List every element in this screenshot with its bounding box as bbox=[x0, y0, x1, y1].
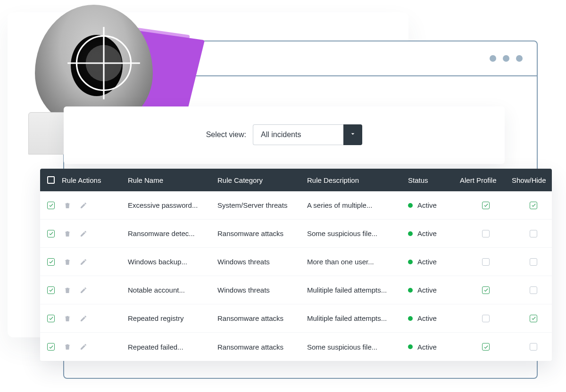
col-rule-actions: Rule Actions bbox=[62, 176, 128, 184]
rule-description-cell: Some suspicious file... bbox=[307, 343, 408, 351]
alert-profile-checkbox[interactable] bbox=[482, 286, 490, 294]
trash-icon[interactable] bbox=[64, 315, 71, 322]
rule-category-cell: Windows threats bbox=[217, 258, 307, 266]
trash-icon[interactable] bbox=[64, 230, 71, 237]
pencil-icon[interactable] bbox=[80, 230, 87, 237]
main-panel: Select view: All incidents bbox=[64, 106, 505, 164]
alert-profile-checkbox[interactable] bbox=[482, 343, 490, 351]
pencil-icon[interactable] bbox=[80, 286, 87, 294]
rule-actions-cell bbox=[62, 258, 128, 266]
view-select-toggle[interactable] bbox=[343, 124, 362, 145]
alert-profile-checkbox[interactable] bbox=[482, 230, 490, 237]
rule-name-cell: Windows backup... bbox=[128, 258, 217, 266]
rule-name-cell: Repeated registry bbox=[128, 314, 217, 322]
trash-icon[interactable] bbox=[64, 258, 71, 266]
rule-actions-cell bbox=[62, 315, 128, 322]
row-select-checkbox[interactable] bbox=[47, 202, 55, 209]
trash-icon[interactable] bbox=[64, 202, 71, 209]
col-rule-category: Rule Category bbox=[217, 176, 307, 184]
show-hide-cell bbox=[512, 286, 555, 294]
status-dot-icon bbox=[408, 260, 413, 264]
rule-description-cell: A series of multiple... bbox=[307, 201, 408, 209]
rule-name-cell: Ransomware detec... bbox=[128, 229, 217, 237]
status-cell: Active bbox=[408, 343, 460, 351]
chevron-down-icon bbox=[349, 130, 357, 139]
status-dot-icon bbox=[408, 344, 413, 349]
alert-profile-cell bbox=[460, 230, 512, 237]
row-select-cell bbox=[40, 202, 62, 209]
col-show-hide: Show/Hide bbox=[512, 176, 555, 184]
status-text: Active bbox=[417, 229, 437, 237]
rule-name-cell: Notable account... bbox=[128, 286, 217, 294]
header-select-all[interactable] bbox=[40, 176, 62, 184]
table-row: Excessive password... System/Server thre… bbox=[40, 191, 552, 220]
show-hide-cell bbox=[512, 315, 555, 322]
alert-profile-checkbox[interactable] bbox=[482, 258, 490, 266]
col-alert-profile: Alert Profile bbox=[460, 176, 512, 184]
view-selector-label: Select view: bbox=[206, 131, 246, 139]
row-select-checkbox[interactable] bbox=[47, 258, 55, 266]
status-text: Active bbox=[417, 286, 437, 294]
show-hide-checkbox[interactable] bbox=[530, 286, 537, 294]
row-select-cell bbox=[40, 286, 62, 294]
status-cell: Active bbox=[408, 229, 460, 237]
pencil-icon[interactable] bbox=[80, 343, 87, 351]
status-cell: Active bbox=[408, 258, 460, 266]
rules-table: Rule Actions Rule Name Rule Category Rul… bbox=[40, 169, 552, 361]
status-dot-icon bbox=[408, 231, 413, 236]
rule-actions-cell bbox=[62, 202, 128, 209]
row-select-checkbox[interactable] bbox=[47, 286, 55, 294]
table-row: Notable account... Windows threats Mulit… bbox=[40, 276, 552, 304]
alert-profile-cell bbox=[460, 343, 512, 351]
row-select-checkbox[interactable] bbox=[47, 343, 55, 351]
rule-actions-cell bbox=[62, 230, 128, 237]
rule-description-cell: Mulitiple failed attempts... bbox=[307, 314, 408, 322]
rule-actions-cell bbox=[62, 286, 128, 294]
rule-description-cell: Mulitiple failed attempts... bbox=[307, 286, 408, 294]
checkbox-icon[interactable] bbox=[47, 176, 55, 184]
table-row: Ransomware detec... Ransomware attacks S… bbox=[40, 220, 552, 248]
status-dot-icon bbox=[408, 316, 413, 321]
table-header: Rule Actions Rule Name Rule Category Rul… bbox=[40, 169, 552, 191]
window-dot-icon bbox=[490, 55, 496, 62]
trash-icon[interactable] bbox=[64, 286, 71, 294]
pencil-icon[interactable] bbox=[80, 315, 87, 322]
show-hide-cell bbox=[512, 343, 555, 351]
show-hide-checkbox[interactable] bbox=[530, 202, 537, 209]
rule-name-cell: Repeated failed... bbox=[128, 343, 217, 351]
hooded-face-icon bbox=[71, 35, 123, 96]
view-select-value[interactable]: All incidents bbox=[253, 124, 343, 145]
rule-category-cell: Ransomware attacks bbox=[217, 229, 307, 237]
pencil-icon[interactable] bbox=[80, 202, 87, 209]
rule-description-cell: More than one user... bbox=[307, 258, 408, 266]
status-text: Active bbox=[417, 343, 437, 351]
window-dot-icon bbox=[503, 55, 509, 62]
show-hide-cell bbox=[512, 230, 555, 237]
rule-description-cell: Some suspicious file... bbox=[307, 229, 408, 237]
row-select-cell bbox=[40, 315, 62, 322]
row-select-checkbox[interactable] bbox=[47, 230, 55, 237]
alert-profile-cell bbox=[460, 286, 512, 294]
table-row: Windows backup... Windows threats More t… bbox=[40, 248, 552, 276]
row-select-checkbox[interactable] bbox=[47, 315, 55, 322]
row-select-cell bbox=[40, 343, 62, 351]
col-status: Status bbox=[408, 176, 460, 184]
alert-profile-checkbox[interactable] bbox=[482, 315, 490, 322]
status-text: Active bbox=[417, 258, 437, 266]
show-hide-checkbox[interactable] bbox=[530, 230, 537, 237]
rule-category-cell: Ransomware attacks bbox=[217, 343, 307, 351]
view-select[interactable]: All incidents bbox=[253, 124, 362, 145]
show-hide-checkbox[interactable] bbox=[530, 343, 537, 351]
window-dot-icon bbox=[516, 55, 523, 62]
trash-icon[interactable] bbox=[64, 343, 71, 351]
show-hide-cell bbox=[512, 202, 555, 209]
show-hide-checkbox[interactable] bbox=[530, 315, 537, 322]
col-rule-name: Rule Name bbox=[128, 176, 217, 184]
table-row: Repeated failed... Ransomware attacks So… bbox=[40, 333, 552, 361]
show-hide-checkbox[interactable] bbox=[530, 258, 537, 266]
alert-profile-cell bbox=[460, 315, 512, 322]
status-text: Active bbox=[417, 314, 437, 322]
pencil-icon[interactable] bbox=[80, 258, 87, 266]
status-cell: Active bbox=[408, 286, 460, 294]
alert-profile-checkbox[interactable] bbox=[482, 202, 490, 209]
